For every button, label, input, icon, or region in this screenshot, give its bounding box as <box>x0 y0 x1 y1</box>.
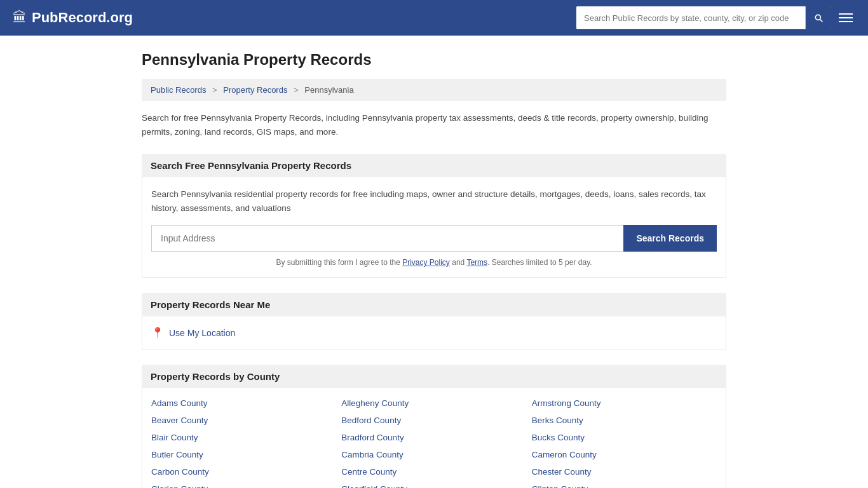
location-icon: 📍 <box>151 327 164 339</box>
breadcrumb: Public Records > Property Records > Penn… <box>142 79 726 101</box>
logo-text: PubRecord.org <box>32 10 133 26</box>
near-me-section-header: Property Records Near Me <box>142 293 726 316</box>
county-link[interactable]: Clinton County <box>532 484 717 488</box>
hamburger-line-3 <box>839 21 853 22</box>
breadcrumb-property-records[interactable]: Property Records <box>223 85 287 95</box>
and-word: and <box>452 258 465 267</box>
use-location-label: Use My Location <box>169 328 235 338</box>
hamburger-line-2 <box>839 17 853 18</box>
county-link[interactable]: Carbon County <box>151 467 336 477</box>
search-icon <box>813 13 824 23</box>
county-body: Adams CountyAllegheny CountyArmstrong Co… <box>142 388 726 488</box>
county-link[interactable]: Blair County <box>151 433 336 442</box>
county-link[interactable]: Chester County <box>532 467 717 477</box>
county-link[interactable]: Bucks County <box>532 433 717 442</box>
breadcrumb-sep-1: > <box>212 85 217 95</box>
county-link[interactable]: Centre County <box>341 467 526 477</box>
search-description: Search Pennsylvania residential property… <box>151 187 717 215</box>
search-form: Search Records <box>151 225 717 252</box>
main-content: Pennsylvania Property Records Public Rec… <box>129 36 739 488</box>
county-link[interactable]: Clarion County <box>151 484 336 488</box>
county-link[interactable]: Bradford County <box>341 433 526 442</box>
search-section-header: Search Free Pennsylvania Property Record… <box>142 154 726 177</box>
header: 🏛 PubRecord.org <box>0 0 868 36</box>
form-disclaimer: By submitting this form I agree to the P… <box>151 258 717 267</box>
county-link[interactable]: Allegheny County <box>341 398 526 408</box>
header-search-wrapper <box>576 6 831 29</box>
breadcrumb-current: Pennsylvania <box>304 85 353 95</box>
county-section-header: Property Records by County <box>142 365 726 388</box>
header-search-button[interactable] <box>805 6 831 29</box>
county-grid: Adams CountyAllegheny CountyArmstrong Co… <box>151 398 717 488</box>
search-records-button[interactable]: Search Records <box>623 225 717 252</box>
county-link[interactable]: Clearfield County <box>341 484 526 488</box>
breadcrumb-sep-2: > <box>294 85 299 95</box>
county-link[interactable]: Berks County <box>532 416 717 425</box>
use-location-link[interactable]: 📍 Use My Location <box>151 327 717 339</box>
header-right <box>576 6 855 29</box>
near-me-body: 📍 Use My Location <box>142 316 726 349</box>
county-link[interactable]: Bedford County <box>341 416 526 425</box>
county-link[interactable]: Beaver County <box>151 416 336 425</box>
privacy-policy-link[interactable]: Privacy Policy <box>402 258 450 267</box>
county-link[interactable]: Cambria County <box>341 450 526 459</box>
near-me-section: Property Records Near Me 📍 Use My Locati… <box>142 293 726 349</box>
hamburger-line-1 <box>839 13 853 15</box>
county-link[interactable]: Armstrong County <box>532 398 717 408</box>
building-icon: 🏛 <box>13 10 27 26</box>
disclaimer-text: By submitting this form I agree to the <box>276 258 400 267</box>
search-section-body: Search Pennsylvania residential property… <box>142 177 726 278</box>
hamburger-menu-button[interactable] <box>836 11 855 25</box>
breadcrumb-public-records[interactable]: Public Records <box>151 85 206 95</box>
logo-link[interactable]: 🏛 PubRecord.org <box>13 10 133 26</box>
header-search-input[interactable] <box>576 6 805 29</box>
page-title: Pennsylvania Property Records <box>142 51 726 69</box>
limit-text: . Searches limited to 5 per day. <box>487 258 592 267</box>
terms-link[interactable]: Terms <box>466 258 487 267</box>
county-section: Property Records by County Adams CountyA… <box>142 365 726 488</box>
page-description: Search for free Pennsylvania Property Re… <box>142 111 726 139</box>
county-link[interactable]: Butler County <box>151 450 336 459</box>
address-input[interactable] <box>151 225 623 252</box>
county-link[interactable]: Cameron County <box>532 450 717 459</box>
search-section: Search Free Pennsylvania Property Record… <box>142 154 726 278</box>
county-link[interactable]: Adams County <box>151 398 336 408</box>
